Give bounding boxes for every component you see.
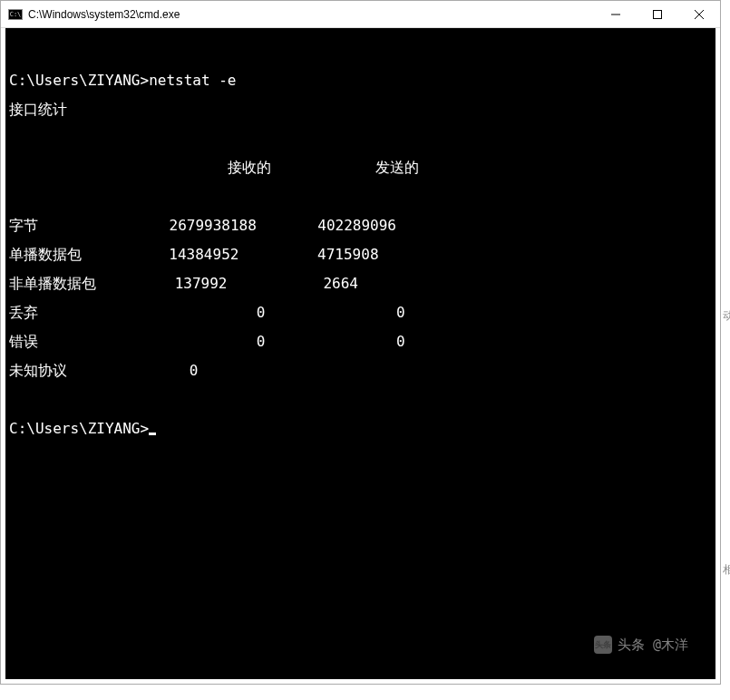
- row-bytes: 字节 2679938188 402289096: [9, 219, 715, 233]
- cropped-edge: 动: [723, 308, 730, 326]
- maximize-icon: [653, 10, 662, 19]
- terminal-line: [9, 393, 715, 407]
- terminal-area[interactable]: C:\Users\ZIYANG>netstat -e 接口统计 接收的 发送的 …: [1, 28, 720, 684]
- titlebar[interactable]: C:\ C:\Windows\system32\cmd.exe: [1, 1, 720, 28]
- command-text: netstat -e: [149, 72, 236, 89]
- output-header: 接口统计: [9, 102, 715, 117]
- watermark-text: 头条 @木洋: [618, 637, 688, 652]
- row-nonunicast: 非单播数据包 137992 2664: [9, 277, 715, 291]
- row-unknown: 未知协议 0: [9, 364, 715, 378]
- column-header: 接收的 发送的: [9, 160, 715, 175]
- terminal-line: [9, 44, 715, 59]
- close-icon: [695, 10, 704, 19]
- cmd-window: C:\ C:\Windows\system32\cmd.exe C:\Users…: [0, 0, 721, 685]
- window-controls: [595, 1, 720, 27]
- window-title: C:\Windows\system32\cmd.exe: [28, 8, 595, 21]
- terminal-line: [9, 131, 715, 146]
- terminal-line: [9, 190, 715, 204]
- terminal-prompt-line: C:\Users\ZIYANG>netstat -e: [9, 73, 715, 88]
- row-unicast: 单播数据包 14384952 4715908: [9, 248, 715, 262]
- row-error: 错误 0 0: [9, 335, 715, 349]
- watermark-logo-icon: 头条: [594, 636, 612, 654]
- prompt-path: C:\Users\ZIYANG>: [9, 72, 149, 89]
- close-button[interactable]: [678, 1, 720, 28]
- cmd-icon: C:\: [8, 9, 23, 20]
- minimize-button[interactable]: [595, 1, 637, 28]
- terminal-prompt-line: C:\Users\ZIYANG>: [9, 422, 715, 436]
- watermark: 头条 头条 @木洋: [594, 636, 688, 654]
- maximize-button[interactable]: [637, 1, 678, 28]
- svg-rect-1: [654, 11, 662, 19]
- row-discard: 丢弃 0 0: [9, 306, 715, 320]
- prompt-path: C:\Users\ZIYANG>: [9, 420, 149, 437]
- cropped-edge: 相: [723, 562, 730, 580]
- minimize-icon: [611, 10, 620, 19]
- cursor: [149, 433, 156, 435]
